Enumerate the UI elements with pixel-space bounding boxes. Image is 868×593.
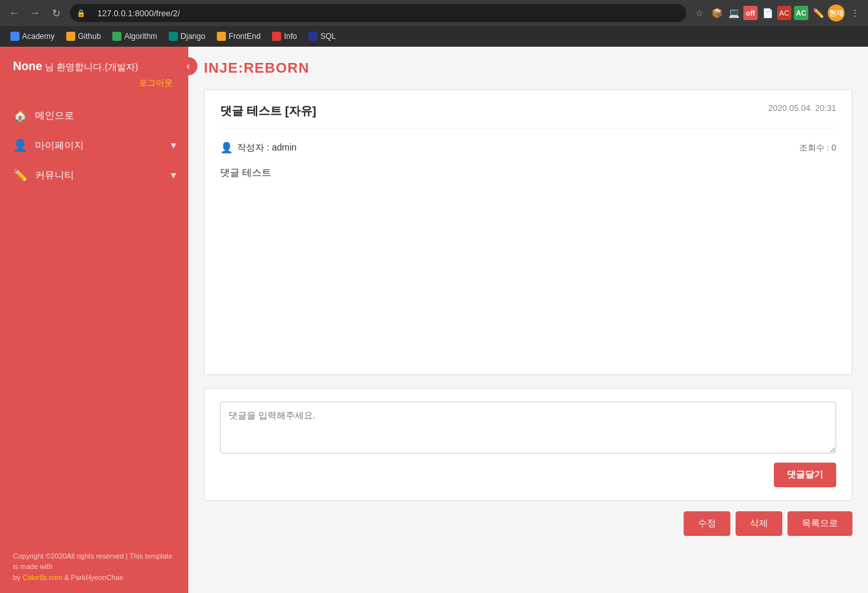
colorlib-link[interactable]: Colorlib.com	[23, 574, 62, 581]
post-card: 댓글 테스트 [자유] 2020.05.04. 20:31 👤 작성자 : ad…	[204, 90, 852, 375]
sidebar-item-community[interactable]: ✏️ 커뮤니티 ▼	[0, 160, 188, 190]
comment-submit-row: 댓글달기	[220, 463, 836, 487]
bookmark-icon-frontend	[217, 32, 226, 41]
bookmark-label-info: Info	[284, 32, 297, 41]
ext-icon-4[interactable]: AC	[777, 6, 791, 20]
ext-icon-green[interactable]: AC	[794, 6, 808, 20]
bookmark-label-algorithm: Algorithm	[124, 32, 157, 41]
comment-section: 댓글달기	[204, 388, 852, 501]
bookmark-label-github: Github	[78, 32, 101, 41]
sidebar-item-mypage-label: 마이페이지	[35, 139, 84, 152]
post-category-text: [자유]	[285, 104, 316, 117]
sidebar-item-mypage[interactable]: 👤 마이페이지 ▼	[0, 130, 188, 160]
bookmark-label-academy: Academy	[22, 32, 55, 41]
post-author: 👤 작성자 : admin	[220, 141, 297, 154]
bookmark-icon-academy	[10, 32, 19, 41]
author-icon: 👤	[220, 141, 233, 154]
bookmark-django[interactable]: Django	[164, 30, 210, 43]
forward-button[interactable]: →	[26, 4, 44, 22]
refresh-button[interactable]: ↻	[47, 4, 65, 22]
sidebar-item-main-label: 메인으로	[35, 110, 74, 122]
bookmark-sql[interactable]: SQL	[303, 30, 341, 43]
sidebar: ‹ None 님 환영합니다.(개발자) 로그아웃 🏠 메인으로 👤 마이페이지…	[0, 47, 188, 593]
ext-icon-1[interactable]: 📦	[710, 6, 724, 20]
site-header: INJE:REBORN	[204, 60, 852, 77]
edit-button[interactable]: 수정	[684, 511, 730, 536]
pencil-icon: ✏️	[13, 168, 27, 182]
bookmark-github[interactable]: Github	[61, 30, 106, 43]
post-header: 댓글 테스트 [자유] 2020.05.04. 20:31	[220, 103, 836, 128]
browser-action-icons: ☆ 📦 💻 off 📄 AC AC ✏️ 현재 ⋮	[691, 5, 863, 21]
bookmark-icon-sql	[308, 32, 317, 41]
bookmark-icon-algorithm	[112, 32, 121, 41]
post-body-text: 댓글 테스트	[220, 167, 271, 178]
sidebar-username: None 님 환영합니다.(개발자)	[13, 60, 175, 73]
comment-textarea[interactable]	[220, 402, 836, 454]
lock-icon: 🔒	[77, 9, 86, 18]
ext-icon-3[interactable]: 📄	[760, 6, 775, 20]
browser-chrome: ← → ↻ 🔒 ☆ 📦 💻 off 📄 AC AC ✏️ 현재 ⋮	[0, 0, 868, 47]
sidebar-toggle-button[interactable]: ‹	[179, 57, 197, 75]
post-author-label: 작성자 : admin	[237, 142, 297, 154]
extension-icons: 📦 💻 off 📄 AC AC ✏️ 현재	[710, 5, 845, 21]
home-icon: 🏠	[13, 108, 27, 123]
footer-text: Copyright ©2020All rights reserved | Thi…	[13, 552, 173, 571]
user-icon: 👤	[13, 138, 27, 152]
post-body: 댓글 테스트	[220, 167, 836, 361]
ext-icon-red[interactable]: off	[743, 6, 758, 20]
main-content: INJE:REBORN 댓글 테스트 [자유] 2020.05.04. 20:3…	[188, 47, 868, 593]
community-arrow-icon: ▼	[169, 170, 178, 180]
nav-buttons: ← → ↻	[5, 4, 65, 22]
delete-button[interactable]: 삭제	[736, 511, 782, 536]
bookmark-label-django: Django	[180, 32, 205, 41]
post-date: 2020.05.04. 20:31	[768, 103, 836, 113]
bookmark-info[interactable]: Info	[267, 30, 302, 43]
post-title: 댓글 테스트 [자유]	[220, 103, 316, 119]
bookmark-algorithm[interactable]: Algorithm	[107, 30, 162, 43]
sidebar-user-section: None 님 환영합니다.(개발자) 로그아웃	[0, 47, 188, 94]
username-text: None	[13, 60, 42, 73]
comment-submit-button[interactable]: 댓글달기	[774, 463, 836, 487]
user-avatar[interactable]: 현재	[828, 5, 845, 21]
ext-icon-pencil[interactable]: ✏️	[811, 6, 825, 20]
app-layout: ‹ None 님 환영합니다.(개발자) 로그아웃 🏠 메인으로 👤 마이페이지…	[0, 47, 868, 593]
list-button[interactable]: 목록으로	[787, 511, 852, 536]
sidebar-nav: 🏠 메인으로 👤 마이페이지 ▼ ✏️ 커뮤니티 ▼	[0, 94, 188, 540]
sidebar-footer: Copyright ©2020All rights reserved | Thi…	[0, 540, 188, 594]
ext-icon-2[interactable]: 💻	[726, 6, 741, 20]
welcome-text: 님 환영합니다.(개발자)	[45, 62, 138, 72]
bookmark-label-frontend: FrontEnd	[229, 32, 260, 41]
bookmark-academy[interactable]: Academy	[5, 30, 60, 43]
bookmark-icon-github	[66, 32, 75, 41]
post-views: 조회수 : 0	[799, 142, 836, 154]
site-logo: INJE:REBORN	[204, 60, 852, 77]
back-button[interactable]: ←	[5, 4, 23, 22]
bookmarks-bar: Academy Github Algorithm Django FrontEnd…	[0, 26, 868, 47]
star-icon[interactable]: ☆	[691, 5, 707, 21]
sidebar-item-main[interactable]: 🏠 메인으로	[0, 101, 188, 130]
sidebar-item-community-label: 커뮤니티	[35, 169, 74, 182]
post-title-text: 댓글 테스트	[220, 104, 282, 117]
menu-icon[interactable]: ⋮	[847, 5, 863, 21]
logout-button[interactable]: 로그아웃	[13, 77, 175, 89]
action-buttons: 수정 삭제 목록으로	[204, 511, 852, 542]
post-meta: 👤 작성자 : admin 조회수 : 0	[220, 141, 836, 154]
footer-author: & ParkHyeonChae	[64, 574, 123, 581]
bookmark-icon-django	[169, 32, 178, 41]
browser-toolbar: ← → ↻ 🔒 ☆ 📦 💻 off 📄 AC AC ✏️ 현재 ⋮	[0, 0, 868, 26]
address-bar[interactable]	[90, 4, 680, 22]
mypage-arrow-icon: ▼	[169, 140, 178, 151]
bookmark-icon-info	[272, 32, 281, 41]
bookmark-frontend[interactable]: FrontEnd	[212, 30, 266, 43]
bookmark-label-sql: SQL	[320, 32, 336, 41]
